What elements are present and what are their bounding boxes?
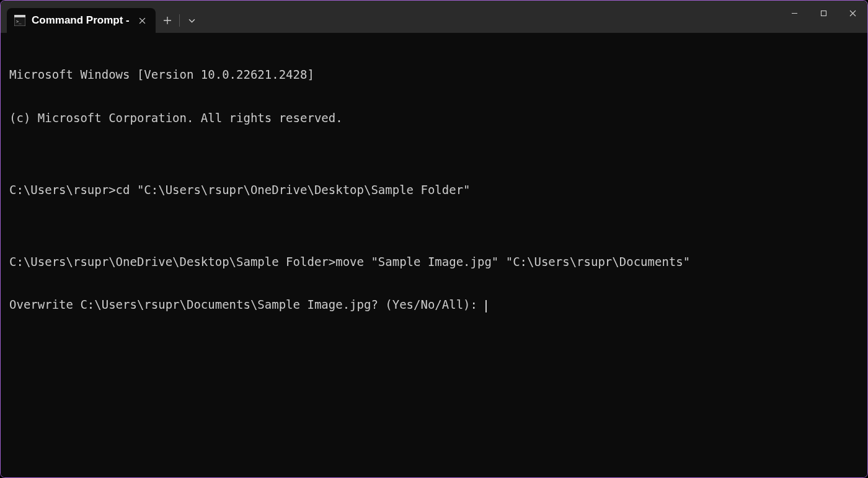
- cursor: [485, 300, 487, 312]
- maximize-button[interactable]: [809, 1, 838, 25]
- window-controls: [780, 1, 867, 25]
- tab-dropdown-button[interactable]: [180, 9, 203, 32]
- svg-rect-3: [822, 11, 826, 15]
- tab-strip: >_ Command Prompt -: [1, 1, 203, 33]
- tab-title: Command Prompt -: [32, 14, 130, 27]
- new-tab-button[interactable]: [156, 9, 179, 32]
- terminal-line: C:\Users\rsupr>cd "C:\Users\rsupr\OneDri…: [9, 183, 859, 197]
- terminal-window: >_ Command Prompt -: [0, 0, 868, 478]
- svg-rect-1: [14, 15, 25, 17]
- svg-text:>_: >_: [16, 19, 22, 24]
- tab-command-prompt[interactable]: >_ Command Prompt -: [7, 8, 156, 33]
- terminal-line: (c) Microsoft Corporation. All rights re…: [9, 111, 859, 125]
- terminal-prompt-line: Overwrite C:\Users\rsupr\Documents\Sampl…: [9, 298, 859, 312]
- terminal-body[interactable]: Microsoft Windows [Version 10.0.22621.24…: [1, 33, 867, 477]
- cmd-icon: >_: [14, 15, 25, 26]
- terminal-line: Microsoft Windows [Version 10.0.22621.24…: [9, 68, 859, 82]
- terminal-line: C:\Users\rsupr\OneDrive\Desktop\Sample F…: [9, 255, 859, 269]
- close-button[interactable]: [838, 1, 867, 25]
- terminal-prompt-text: Overwrite C:\Users\rsupr\Documents\Sampl…: [9, 298, 484, 311]
- minimize-button[interactable]: [780, 1, 809, 25]
- tab-close-button[interactable]: [136, 14, 148, 27]
- titlebar[interactable]: >_ Command Prompt -: [1, 1, 867, 33]
- tab-actions: [156, 8, 203, 33]
